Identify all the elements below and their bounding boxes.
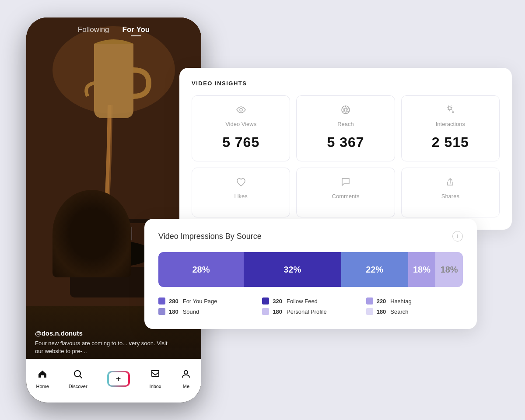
legend-dot-2 xyxy=(366,298,373,304)
interactions-label: Interactions xyxy=(410,121,490,127)
home-icon xyxy=(37,369,48,382)
metric-card-reach: Reach 5 367 xyxy=(296,95,395,161)
svg-point-13 xyxy=(344,108,347,111)
reach-icon xyxy=(305,105,385,117)
shares-icon xyxy=(410,177,490,189)
bar-segment-2: 22% xyxy=(341,252,408,287)
views-label: Video Views xyxy=(201,121,281,127)
svg-rect-4 xyxy=(81,228,96,241)
interactions-value: 2 515 xyxy=(410,134,490,150)
insights-panel: VIDEO INSIGHTS Video Views 5 765 xyxy=(179,68,512,230)
insights-title: VIDEO INSIGHTS xyxy=(192,80,500,87)
bar-segment-0: 28% xyxy=(158,252,244,287)
impressions-panel: Video Impressions By Source i 28% 32% 22… xyxy=(144,219,477,329)
home-label: Home xyxy=(36,384,49,389)
views-value: 5 765 xyxy=(201,134,281,150)
tab-following[interactable]: Following xyxy=(78,25,109,36)
phone-mockup: Following For You @dos.n.donuts Four new… xyxy=(26,18,201,402)
bar-chart: 28% 32% 22% 18% 18% xyxy=(158,252,463,287)
comments-icon xyxy=(305,177,385,189)
reach-label: Reach xyxy=(305,121,385,127)
tab-for-you[interactable]: For You xyxy=(122,25,150,36)
views-icon xyxy=(201,105,281,117)
inbox-label: Inbox xyxy=(150,384,161,389)
svg-rect-6 xyxy=(118,227,132,241)
discover-icon xyxy=(73,369,83,382)
comments-label: Comments xyxy=(305,193,385,200)
svg-point-7 xyxy=(74,241,153,267)
nav-item-add[interactable]: + xyxy=(107,371,130,387)
username-label: @dos.n.donuts xyxy=(35,329,175,337)
svg-point-9 xyxy=(74,371,80,377)
interactions-icon xyxy=(410,105,490,117)
caption-text: Four new flavours are coming to to... ve… xyxy=(35,340,175,355)
nav-item-home[interactable]: Home xyxy=(36,369,49,389)
bar-segment-4: 18% xyxy=(435,252,463,287)
metric-card-interactions: Interactions 2 515 xyxy=(401,95,500,161)
legend-item-2: 220 Hashtag xyxy=(366,298,463,304)
add-button[interactable]: + xyxy=(107,371,130,387)
legend-dot-3 xyxy=(158,308,165,315)
svg-rect-5 xyxy=(101,234,114,246)
discover-label: Discover xyxy=(69,384,88,389)
bar-segment-1: 32% xyxy=(244,252,341,287)
legend-dot-1 xyxy=(262,298,269,304)
inbox-icon xyxy=(150,369,161,382)
legend-item-4: 180 Personal Profile xyxy=(262,308,359,315)
nav-item-discover[interactable]: Discover xyxy=(69,369,88,389)
bar-segment-3: 18% xyxy=(408,252,436,287)
metric-card-shares: Shares xyxy=(401,168,500,217)
metrics-grid: Video Views 5 765 Reach 5 367 xyxy=(192,95,500,217)
svg-point-10 xyxy=(184,371,188,374)
phone-nav-bar: Home Discover + xyxy=(26,359,201,402)
legend-item-1: 320 Follow Feed xyxy=(262,298,359,304)
impressions-title: Video Impressions By Source xyxy=(158,232,262,241)
legend-item-5: 180 Search xyxy=(366,308,463,315)
likes-label: Likes xyxy=(201,193,281,200)
chart-legend: 280 For You Page 320 Follow Feed 220 Has… xyxy=(158,298,463,315)
legend-item-0: 280 For You Page xyxy=(158,298,255,304)
likes-icon xyxy=(201,177,281,189)
svg-point-12 xyxy=(342,106,350,114)
legend-item-3: 180 Sound xyxy=(158,308,255,315)
shares-label: Shares xyxy=(410,193,490,200)
legend-dot-0 xyxy=(158,298,165,304)
legend-dot-5 xyxy=(366,308,373,315)
metric-card-comments: Comments xyxy=(296,168,395,217)
impressions-header: Video Impressions By Source i xyxy=(158,231,463,242)
metric-card-likes: Likes xyxy=(192,168,290,217)
svg-point-11 xyxy=(240,108,242,111)
nav-item-me[interactable]: Me xyxy=(181,369,191,389)
me-label: Me xyxy=(183,384,189,389)
post-info: @dos.n.donuts Four new flavours are comi… xyxy=(35,329,175,355)
legend-dot-4 xyxy=(262,308,269,315)
reach-value: 5 367 xyxy=(305,134,385,150)
phone-header: Following For You xyxy=(26,25,201,36)
me-icon xyxy=(181,369,191,382)
metric-card-views: Video Views 5 765 xyxy=(192,95,290,161)
nav-item-inbox[interactable]: Inbox xyxy=(150,369,161,389)
info-icon[interactable]: i xyxy=(452,231,463,242)
